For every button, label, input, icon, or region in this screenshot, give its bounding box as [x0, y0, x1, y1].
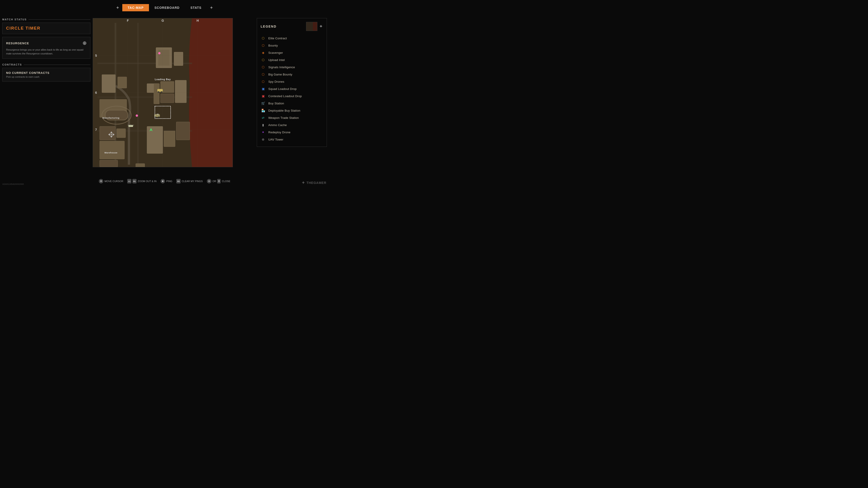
no-contracts-title: NO CURRENT CONTRACTS — [6, 71, 87, 74]
svg-text:Warehouse: Warehouse — [104, 151, 118, 154]
svg-rect-22 — [117, 129, 126, 138]
svg-rect-16 — [100, 160, 118, 167]
svg-rect-21 — [100, 127, 116, 140]
tab-tac-map[interactable]: TAC-MAP — [122, 4, 149, 11]
ctrl-zoom: L1 R1 ZOOM OUT & IN — [127, 179, 156, 184]
ctrl-btn-menu: ☰ — [217, 179, 221, 184]
legend-item-uav-tower: ⊕ UAV Tower — [260, 136, 323, 143]
resurgence-title-row: RESURGENCE ⊕ — [6, 40, 87, 46]
upload-intel-label: Upload Intel — [268, 58, 285, 62]
ctrl-btn-r1: R1 — [132, 179, 136, 184]
legend-item-spy-drones: ⬡ Spy Drones — [260, 78, 323, 85]
svg-point-56 — [158, 117, 159, 118]
legend-item-bounty: ⬡ Bounty — [260, 42, 323, 49]
svg-rect-12 — [175, 80, 186, 103]
legend-item-deployable-buy-station: 🏪 Deployable Buy Station — [260, 107, 323, 114]
svg-rect-19 — [176, 122, 190, 140]
legend-item-elite-contract: ⬡ Elite Contract — [260, 35, 323, 42]
ctrl-close-label: CLOSE — [222, 180, 230, 183]
resurgence-box: RESURGENCE ⊕ Resurgence brings you or yo… — [2, 37, 90, 59]
legend-item-ammo-cache: ▮ Ammo Cache — [260, 121, 323, 129]
svg-rect-40 — [157, 89, 163, 92]
svg-point-49 — [108, 134, 110, 135]
buy-station-label: Buy Station — [268, 102, 284, 105]
legend-item-buy-station: 🛒 Buy Station — [260, 100, 323, 107]
svg-rect-8 — [158, 50, 169, 66]
weapon-trade-station-label: Weapon Trade Station — [268, 116, 299, 120]
bounty-label: Bounty — [268, 44, 278, 47]
svg-rect-13 — [160, 94, 174, 103]
svg-point-45 — [130, 125, 131, 126]
svg-rect-18 — [164, 131, 175, 147]
spy-drones-icon: ⬡ — [260, 79, 266, 84]
svg-point-51 — [111, 131, 112, 133]
svg-point-50 — [113, 134, 114, 135]
contracts-header: CONTRACTS — [2, 63, 90, 66]
match-status-header: MATCH STATUS — [2, 18, 90, 21]
circle-timer-box: CIRCLE TIMER — [2, 23, 90, 34]
svg-point-52 — [111, 136, 112, 137]
weapon-trade-station-icon: ⇄ — [260, 115, 266, 120]
legend-item-squad-loadout-drop: ▣ Squad Loadout Drop — [260, 85, 323, 92]
legend-title: LEGEND — [260, 25, 276, 28]
ctrl-ping: ⊕ PING — [160, 179, 172, 184]
svg-text:F: F — [127, 19, 129, 22]
svg-rect-14 — [154, 84, 159, 104]
no-contracts-subtitle: Pick up contracts to earn cash — [6, 75, 87, 78]
ctrl-or-label: OR — [213, 180, 216, 183]
legend-item-upload-intel: ⬡ Upload Intel — [260, 56, 323, 64]
nav-right-icon: ✦ — [207, 5, 216, 10]
legend-expand-icon[interactable]: ✦ — [319, 24, 323, 29]
svg-rect-3 — [102, 74, 116, 93]
left-panel: MATCH STATUS CIRCLE TIMER RESURGENCE ⊕ R… — [2, 18, 90, 82]
ctrl-btn-r3: R3 — [176, 179, 180, 184]
circle-timer-label: CIRCLE TIMER — [6, 26, 87, 31]
svg-text:G: G — [162, 19, 164, 22]
uav-tower-label: UAV Tower — [268, 138, 283, 141]
deployable-buy-station-icon: 🏪 — [260, 108, 266, 113]
ctrl-btn-r: R — [99, 179, 103, 184]
svg-point-39 — [135, 115, 138, 117]
ammo-cache-label: Ammo Cache — [268, 123, 287, 127]
svg-rect-15 — [100, 141, 125, 159]
tac-map[interactable]: F G H 5 6 7 Loading Bay Manufacturing Wa… — [93, 18, 233, 167]
ctrl-clear-pings-label: CLEAR MY PINGS — [182, 180, 203, 183]
watermark-text: THEGAMER — [307, 181, 327, 185]
redeploy-drone-icon: ✦ — [260, 130, 266, 135]
svg-text:Manufacturing: Manufacturing — [102, 117, 119, 119]
squad-loadout-drop-icon: ▣ — [260, 86, 266, 91]
legend-item-redeploy-drone: ✦ Redeploy Drone — [260, 129, 323, 136]
ctrl-move-cursor: R MOVE CURSOR — [99, 179, 123, 184]
legend-map-thumbnail — [306, 22, 317, 31]
top-navigation: ✦ TAC-MAP SCOREBOARD STATS ✦ — [0, 0, 329, 15]
contracts-section: CONTRACTS NO CURRENT CONTRACTS Pick up c… — [2, 63, 90, 82]
svg-text:6: 6 — [95, 91, 97, 94]
svg-point-38 — [158, 52, 160, 55]
signals-intelligence-label: Signals Intelligence — [268, 66, 295, 69]
svg-point-41 — [158, 91, 159, 93]
legend-item-contested-loadout-drop: ▣ Contested Loadout Drop — [260, 92, 323, 100]
svg-rect-4 — [118, 77, 127, 88]
big-game-bounty-icon: ⬡ — [260, 72, 266, 77]
legend-panel: LEGEND ✦ ⬡ Elite Contract ⬡ Bounty ◈ Sca… — [257, 18, 327, 147]
contested-loadout-drop-label: Contested Loadout Drop — [268, 94, 302, 98]
bounty-icon: ⬡ — [260, 43, 266, 48]
tab-scoreboard[interactable]: SCOREBOARD — [149, 4, 185, 11]
ammo-cache-icon: ▮ — [260, 123, 266, 127]
nav-left-icon: ✦ — [113, 5, 122, 10]
ctrl-close: O OR ☰ CLOSE — [207, 179, 230, 184]
session-id: 1634311854626302908 — [2, 183, 24, 185]
ctrl-btn-ping: ⊕ — [160, 179, 165, 184]
legend-item-scavenger: ◈ Scavenger — [260, 49, 323, 56]
big-game-bounty-label: Big Game Bounty — [268, 73, 292, 76]
deployable-buy-station-label: Deployable Buy Station — [268, 109, 301, 112]
watermark: ✦ THEGAMER — [302, 180, 327, 185]
uav-tower-icon: ⊕ — [260, 137, 266, 142]
svg-text:Loading Bay: Loading Bay — [155, 78, 171, 80]
scavenger-icon: ◈ — [260, 50, 266, 55]
svg-rect-20 — [135, 164, 145, 167]
tab-stats[interactable]: STATS — [185, 4, 207, 11]
redeploy-drone-label: Redeploy Drone — [268, 131, 290, 134]
buy-station-icon: 🛒 — [260, 101, 266, 106]
legend-item-weapon-trade-station: ⇄ Weapon Trade Station — [260, 114, 323, 121]
